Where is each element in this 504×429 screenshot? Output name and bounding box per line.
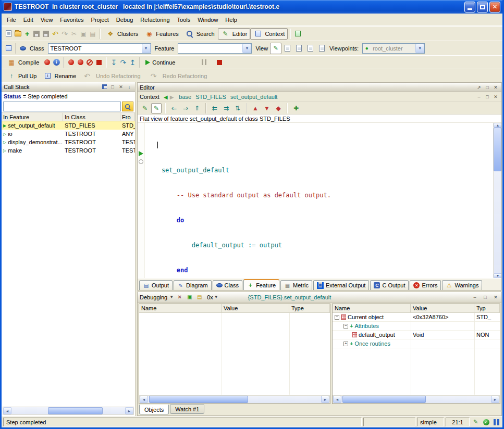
tab-feature[interactable]: +Feature — [243, 279, 279, 290]
collapse-icon[interactable]: − — [343, 324, 348, 329]
call-stack-row[interactable]: ▷make TESTROOT TEST — [2, 146, 135, 155]
menu-edit[interactable]: Edit — [20, 15, 37, 25]
save-layout-icon[interactable] — [101, 83, 108, 90]
callers-icon[interactable]: ⇐ — [169, 103, 179, 113]
minimize-debug-icon[interactable]: – — [471, 294, 478, 300]
minimize-button[interactable] — [464, 2, 475, 12]
maximize-context-icon[interactable]: □ — [484, 94, 491, 100]
copy-icon[interactable]: ▣ — [79, 29, 88, 39]
search-button[interactable]: Search — [182, 28, 218, 40]
scroll-left-icon[interactable]: ◄ — [333, 396, 341, 403]
tab-c-output[interactable]: CC Output — [370, 280, 409, 290]
undock-editor-icon[interactable]: ↗ — [475, 84, 483, 91]
project-info-icon[interactable]: i — [52, 58, 61, 67]
external-commands-icon[interactable] — [293, 29, 302, 39]
view-clickable-icon[interactable] — [281, 43, 293, 54]
descendant-versions-icon[interactable]: ▼ — [262, 103, 272, 113]
open-document-icon[interactable] — [13, 29, 22, 39]
call-stack-hscrollbar[interactable]: ◄ ► — [3, 407, 134, 415]
history-back-icon[interactable]: ◀ — [164, 94, 168, 100]
undo-refactoring-button[interactable]: ↶ Undo Refactoring — [79, 70, 146, 82]
call-stack-filter-input[interactable] — [3, 102, 121, 111]
tab-metric[interactable]: ▦Metric — [280, 280, 312, 290]
objects-column-name[interactable]: Name — [333, 304, 411, 312]
scroll-right-icon[interactable]: ► — [491, 396, 499, 403]
menu-debug[interactable]: Debug — [113, 15, 137, 25]
scroll-down-icon[interactable]: ▼ — [494, 273, 501, 278]
continue-button[interactable]: Continue — [142, 57, 178, 68]
scrollbar-track[interactable] — [11, 407, 125, 414]
scroll-left-icon[interactable]: ◄ — [140, 396, 148, 403]
editor-vscrollbar[interactable]: ▲ ▼ — [493, 123, 501, 278]
scroll-left-icon[interactable]: ◄ — [3, 407, 11, 414]
feature-tree-icon[interactable]: ✚ — [291, 103, 301, 113]
column-in-class[interactable]: In Class — [63, 113, 120, 121]
expression-note-icon[interactable]: ▤ — [195, 293, 203, 301]
compile-button[interactable]: ▦ Compile — [4, 57, 42, 68]
menu-refactoring[interactable]: Refactoring — [137, 15, 173, 25]
collapse-icon[interactable]: − — [335, 315, 339, 320]
scrollbar-track[interactable] — [148, 396, 321, 403]
view-flat-icon[interactable] — [293, 43, 304, 54]
objects-column-value[interactable]: Value — [411, 304, 474, 312]
scroll-up-icon[interactable]: ▲ — [494, 123, 501, 128]
step-over-icon[interactable]: ↷ — [118, 58, 128, 67]
minimize-context-icon[interactable]: – — [475, 94, 483, 100]
tab-errors[interactable]: ✕Errors — [410, 280, 441, 290]
view-interface-icon[interactable] — [316, 43, 327, 54]
breadcrumb-class[interactable]: STD_FILES — [195, 94, 226, 100]
class-combobox[interactable]: TESTROOT ▼ — [48, 43, 151, 54]
menu-file[interactable]: File — [3, 15, 20, 25]
watch-column-type[interactable]: Type — [289, 304, 330, 312]
run-ignoring-breakpoints-icon[interactable] — [76, 58, 85, 67]
title-bar[interactable]: TESTROOT in cluster root_cluster located… — [2, 0, 502, 14]
watch-column-value[interactable]: Value — [222, 304, 289, 312]
cut-icon[interactable]: ✂ — [69, 29, 79, 39]
scrollbar-thumb[interactable] — [149, 396, 248, 403]
add-class-icon[interactable]: + — [22, 29, 32, 39]
remove-object-icon[interactable]: ✕ — [176, 293, 183, 301]
tab-objects[interactable]: Objects — [139, 405, 169, 414]
edit-feature-icon[interactable]: ✎ — [140, 103, 150, 113]
menu-project[interactable]: Project — [88, 15, 113, 25]
class-combobox-dropdown-icon[interactable]: ▼ — [142, 44, 151, 53]
objects-column-type[interactable]: Typ — [474, 304, 500, 312]
tab-class[interactable]: Class — [213, 280, 243, 290]
close-debug-icon[interactable]: ✕ — [492, 294, 499, 300]
code-area[interactable]: set_output_default -- Use standard outpu… — [138, 123, 501, 278]
objects-table[interactable]: Name Value Typ − Current object <0x32A87… — [332, 304, 500, 404]
expand-icon[interactable]: + — [343, 342, 348, 346]
menu-view[interactable]: View — [37, 15, 57, 25]
paste-icon[interactable]: ▤ — [88, 29, 97, 39]
call-stack-row[interactable]: ▶set_output_default STD_FILES STD_ — [2, 121, 135, 130]
pause-icon[interactable] — [199, 58, 208, 67]
callees-icon[interactable]: ⇒ — [180, 103, 191, 113]
breakpoint-slot-icon[interactable] — [139, 159, 143, 164]
clusters-button[interactable]: ❖ Clusters — [103, 28, 141, 40]
hex-format-toggle[interactable]: 0x ▼ — [205, 294, 220, 301]
class-relations-icon[interactable]: ⇑ — [192, 103, 202, 113]
editor-header[interactable]: Editor ↗ □ ✕ — [138, 83, 501, 92]
redo-refactoring-button[interactable]: ↷ Redo Refactoring — [146, 70, 213, 82]
close-context-icon[interactable]: ✕ — [492, 94, 499, 100]
scrollbar-track[interactable] — [494, 128, 501, 273]
save-icon[interactable] — [32, 29, 41, 39]
assignees-icon[interactable]: ⇉ — [221, 103, 231, 113]
context-toggle-button[interactable]: Context — [250, 28, 288, 40]
breadcrumb-cluster[interactable]: base — [179, 94, 191, 100]
scroll-right-icon[interactable]: ► — [321, 396, 329, 403]
stop-icon[interactable] — [215, 58, 224, 67]
watch-column-name[interactable]: Name — [139, 304, 222, 312]
breadcrumb-feature[interactable]: set_output_default — [230, 94, 278, 100]
column-in-feature[interactable]: In Feature — [2, 113, 63, 121]
implementers-icon[interactable]: ◆ — [273, 103, 284, 113]
tab-external-output[interactable]: ▣External Output — [313, 280, 369, 290]
objects-hscrollbar[interactable]: ◄ ► — [333, 395, 500, 403]
tab-watch-1[interactable]: Watch #1 — [170, 405, 204, 414]
new-document-icon[interactable] — [4, 29, 13, 39]
tab-output[interactable]: ▤Output — [139, 280, 173, 290]
tab-warnings[interactable]: ⚠Warnings — [442, 280, 482, 290]
scrollbar-thumb[interactable] — [48, 407, 103, 414]
sync-context-icon[interactable]: ▣ — [186, 293, 193, 301]
feature-combobox-dropdown-icon[interactable]: ▼ — [242, 44, 251, 53]
